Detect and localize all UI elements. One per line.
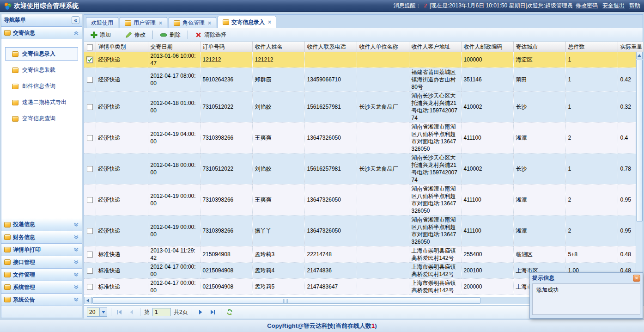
tab-item[interactable]: 欢迎使用 [86, 17, 118, 28]
table-cell: 5+8 [565, 246, 618, 263]
sidebar-section-header[interactable]: 详情单打印 [1, 243, 82, 256]
scroll-left-icon[interactable] [85, 297, 91, 304]
message-alert-icon[interactable]: 2 [424, 2, 427, 9]
copyright-suffix: ) [375, 322, 377, 329]
row-checkbox[interactable] [87, 77, 93, 83]
package-icon [4, 284, 11, 290]
sidebar-section-jiaoji[interactable]: 交寄信息 [1, 26, 82, 39]
close-icon[interactable]: ✕ [633, 275, 640, 282]
tab-item[interactable]: 用户管理× [120, 17, 167, 28]
page-number-input[interactable] [152, 308, 171, 316]
chevron-double-down-icon[interactable] [73, 284, 79, 290]
horizontal-scroll-thumb[interactable] [92, 297, 480, 304]
column-header[interactable]: 订单号码 [200, 42, 252, 52]
sidebar-item[interactable]: 邮件信息查询 [5, 80, 78, 93]
sidebar-section-header[interactable]: 系统管理 [1, 281, 82, 293]
first-page-icon[interactable] [115, 307, 124, 317]
table-cell [304, 52, 357, 68]
chevron-double-down-icon[interactable] [73, 234, 79, 240]
table-row[interactable]: 标准快递2013-01-04 11:29:42215094908孟玲莉32221… [84, 246, 637, 263]
pager-separator [221, 308, 221, 316]
table-row[interactable]: 经济快递2012-04-17 08:00:005910264236郑群霞1345… [84, 68, 637, 92]
row-checkbox[interactable] [87, 197, 93, 203]
column-header[interactable]: 交寄日期 [148, 42, 200, 52]
sidebar-item[interactable]: 交寄信息录入 [5, 47, 78, 61]
chevron-double-down-icon[interactable] [73, 297, 79, 302]
table-row[interactable]: 经济快递2013-01-06 10:00:4712121212121210000… [84, 52, 637, 68]
table-row[interactable]: 经济快递2012-04-19 00:00:007310398266振丫丫1364… [84, 215, 637, 246]
table-row[interactable]: 经济快递2012-04-19 00:00:007310398266王爽爽1364… [84, 184, 637, 215]
table-cell: 经济快递 [96, 154, 148, 184]
row-checkbox[interactable] [87, 284, 93, 290]
topbar-link[interactable]: 安全退出 [602, 2, 625, 10]
column-header[interactable]: 总件数 [565, 42, 618, 52]
sidebar-item[interactable]: 交寄信息装载 [5, 63, 78, 77]
table-cell: 121212 [252, 52, 304, 68]
table-row[interactable]: 经济快递2012-04-18 00:00:007310512022刘艳姣1561… [84, 154, 637, 184]
chevron-double-down-icon[interactable] [73, 222, 79, 227]
toolbar-button[interactable]: 修改 [122, 30, 149, 40]
sidebar-footer [1, 306, 82, 318]
sidebar-section-header[interactable]: 财务信息 [1, 231, 82, 243]
row-checkbox[interactable] [87, 104, 93, 110]
dropdown-icon[interactable] [99, 308, 107, 316]
scroll-up-icon[interactable] [636, 52, 643, 59]
table-cell: 莆田 [513, 68, 565, 92]
column-header[interactable]: 收件人客户地址 [409, 42, 461, 52]
vertical-scrollbar[interactable] [636, 52, 643, 296]
sidebar-item-label: 速递二期格式导出 [22, 98, 67, 106]
header-checkbox-cell [84, 42, 96, 52]
sidebar-section-header[interactable]: 文件管理 [1, 268, 82, 281]
next-page-icon[interactable] [196, 307, 205, 317]
table-row[interactable]: 经济快递2012-04-19 04:00:007310398266王爽爽1364… [84, 123, 637, 154]
refresh-icon[interactable] [225, 307, 234, 317]
sidebar-section-header[interactable]: 投递信息 [1, 218, 82, 231]
collapse-left-icon[interactable]: « [72, 16, 79, 24]
table-cell: 200100 [461, 263, 513, 279]
chevron-double-down-icon[interactable] [73, 272, 79, 277]
sidebar-item[interactable]: 速递二期格式导出 [5, 96, 78, 109]
row-checkbox[interactable] [87, 135, 93, 141]
table-row[interactable]: 经济快递2012-04-18 01:00:007310512022刘艳姣1561… [84, 92, 637, 123]
topbar-link[interactable]: 修改密码 [576, 2, 598, 10]
row-checkbox[interactable] [87, 228, 93, 234]
row-checkbox[interactable] [87, 268, 93, 274]
table-cell: 100000 [461, 52, 513, 68]
chevron-double-down-icon[interactable] [73, 247, 79, 252]
column-header[interactable]: 详情单类别 [96, 42, 148, 52]
chevron-double-up-icon[interactable] [73, 30, 79, 36]
vertical-scroll-thumb[interactable] [636, 60, 643, 221]
close-icon[interactable]: × [268, 19, 271, 25]
column-header[interactable]: 收件人单位名称 [357, 42, 409, 52]
close-icon[interactable]: × [159, 20, 162, 26]
chevron-double-down-icon[interactable] [73, 259, 79, 265]
column-header[interactable]: 收件人姓名 [252, 42, 304, 52]
column-header[interactable]: 实际重量 [618, 42, 643, 52]
topbar-link[interactable]: 帮助 [629, 2, 640, 10]
sidebar-item[interactable]: 交寄信息查询 [5, 112, 78, 125]
toolbar-button[interactable]: 添加 [87, 30, 115, 40]
close-icon[interactable]: × [208, 20, 211, 26]
toolbar-button[interactable]: 清除选择 [191, 30, 230, 40]
sidebar-section-header[interactable]: 接口管理 [1, 256, 82, 268]
grid-header-table: 详情单类别交寄日期订单号码收件人姓名收件人联系电话收件人单位名称收件人客户地址收… [84, 42, 644, 52]
table-cell: 7310398266 [200, 184, 252, 215]
toolbar-separator [118, 31, 118, 39]
select-all-checkbox[interactable] [87, 44, 93, 50]
column-header[interactable]: 收件人联系电话 [304, 42, 357, 52]
column-header[interactable]: 收件人邮政编码 [461, 42, 513, 52]
tab-item[interactable]: 角色管理× [169, 17, 216, 28]
toolbar-button[interactable]: 删除 [156, 30, 184, 40]
sidebar-item-label: 交寄信息录入 [22, 50, 55, 58]
row-checkbox[interactable] [87, 252, 93, 258]
sidebar-section-header[interactable]: 系统公告 [1, 293, 82, 306]
row-checkbox[interactable] [87, 166, 93, 172]
last-page-icon[interactable] [208, 307, 217, 317]
table-cell: 0.95 [618, 184, 637, 215]
row-checkbox[interactable] [87, 57, 93, 63]
prev-page-icon[interactable] [127, 307, 136, 317]
table-cell: 2012-04-17 00:00:00 [148, 263, 200, 279]
column-header[interactable]: 寄达城市 [513, 42, 565, 52]
page-size-select[interactable]: 20 [87, 307, 107, 317]
tab-item[interactable]: 交寄信息录入× [218, 16, 276, 28]
